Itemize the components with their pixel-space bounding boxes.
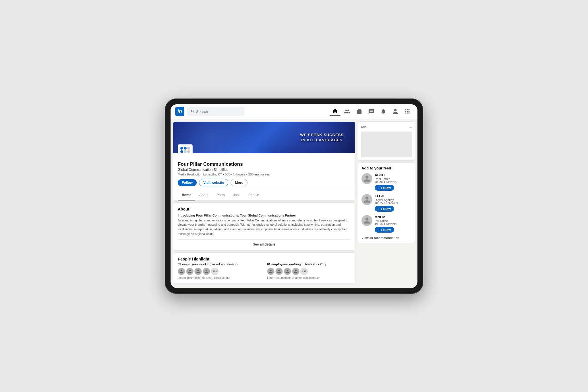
feed-followers-1: 78.292 Followers [375,181,411,184]
feed-followers-2: 108.273 Followers [375,202,411,205]
mini-avatar [267,268,274,275]
dot [180,147,183,150]
avatar-more-1: +99 [211,268,218,275]
nav-icons [330,107,413,116]
people-highlight-title: People Highlight [178,257,351,261]
people-lorem-2: Lorem ipsum dolor sit amet, consectetuer [267,276,351,279]
mini-avatar [194,268,202,275]
feed-avatar-1 [361,173,372,184]
people-group-2-title: 61 employees working in New York City [267,262,351,266]
nav-network[interactable] [342,107,353,116]
navbar: in [171,104,417,119]
ads-label: Ads [361,125,366,129]
feed-item-3: MNOP Insurance 49.532 Followers + Follow [361,215,411,233]
feed-info-3: MNOP Insurance 49.532 Followers + Follow [375,215,411,233]
logo-dots-grid [180,147,190,153]
about-body: As a leading global communications compa… [178,218,351,236]
people-avatars-2: +99 [267,268,351,275]
mini-avatar [284,268,291,275]
dot [187,150,190,153]
company-logo [178,144,193,153]
mini-avatar [178,268,185,275]
feed-avatar-3 [361,215,372,226]
company-nav: Home About Posts Jobs People [173,190,355,200]
nav-grid[interactable] [402,107,413,116]
mini-avatar [203,268,210,275]
ads-card: Ads ··· [358,121,415,161]
people-lorem-1: Lorem ipsum dolor sit amet, consectetuer [178,276,261,279]
feed-name-2: EFGH [375,194,411,198]
feed-item-1: ABCD Real Estate 78.292 Followers + Foll… [361,173,411,191]
feed-type-3: Insurance [375,219,411,223]
search-input[interactable] [196,109,241,114]
about-card: About Introducing Four Pillar Communicat… [173,202,355,251]
company-info: Four Pillar Communications Global Commun… [173,153,355,190]
mini-avatar [292,268,299,275]
mini-avatar [275,268,283,275]
feed-title: Add to your feed [361,166,411,170]
feed-follow-button-2[interactable]: + Follow [375,206,394,212]
nav-tab-posts[interactable]: Posts [212,190,229,200]
nav-tab-jobs[interactable]: Jobs [229,190,244,200]
see-all-details[interactable]: See all details [178,239,351,246]
view-all-recommendation[interactable]: View all recommendation [361,236,411,240]
people-grid: 39 employees working in art and design [178,262,351,279]
feed-item-2: EFGH Digital Agency 108.273 Followers + … [361,194,411,212]
feed-info-2: EFGH Digital Agency 108.273 Followers + … [375,194,411,212]
banner-text: WE SPEAK SUCCESS IN ALL LANGUAGES [300,132,344,142]
tablet-frame: in [165,99,423,294]
follow-button[interactable]: Follow [178,179,197,186]
feed-type-2: Digital Agency [375,198,411,202]
center-column: WE SPEAK SUCCESS IN ALL LANGUAGES Four P… [173,121,355,286]
dot [184,150,187,153]
company-tagline: Global Communication Simplified. [178,168,351,172]
dot [184,147,187,150]
nav-tab-about[interactable]: About [195,190,212,200]
people-group-2: 61 employees working in New York City [267,262,351,279]
linkedin-logo[interactable]: in [175,107,184,116]
more-button[interactable]: More [231,179,247,186]
company-card: WE SPEAK SUCCESS IN ALL LANGUAGES Four P… [173,121,355,201]
avatar-more-2: +99 [300,268,308,275]
feed-name-1: ABCD [375,173,411,177]
company-banner: WE SPEAK SUCCESS IN ALL LANGUAGES [173,122,355,153]
mini-avatar [186,268,194,275]
about-intro: Introducing Four Pillar Communications: … [178,214,351,217]
feed-info-1: ABCD Real Estate 78.292 Followers + Foll… [375,173,411,191]
feed-followers-3: 49.532 Followers [375,223,411,226]
company-name: Four Pillar Communications [178,161,351,167]
feed-card: Add to your feed ABCD Real Estate 78.292… [358,162,415,243]
search-icon [191,109,194,114]
feed-follow-button-3[interactable]: + Follow [375,227,394,233]
search-bar[interactable] [187,107,245,116]
nav-jobs[interactable] [354,107,365,116]
people-avatars-1: +99 [178,268,261,275]
about-title: About [178,207,351,211]
main-content: WE SPEAK SUCCESS IN ALL LANGUAGES Four P… [171,119,417,288]
nav-profile[interactable] [390,107,401,116]
company-actions: Follow Visit website More [178,179,351,186]
dot [187,147,190,150]
ads-more-icon[interactable]: ··· [409,125,412,129]
feed-follow-button-1[interactable]: + Follow [375,185,394,191]
right-sidebar: Ads ··· Add to your feed ABCD [358,121,415,286]
ads-header: Ads ··· [361,125,412,129]
nav-notifications[interactable] [378,107,389,116]
visit-website-button[interactable]: Visit website [199,179,228,186]
people-group-1: 39 employees working in art and design [178,262,261,279]
feed-type-1: Real Estate [375,177,411,181]
feed-name-3: MNOP [375,215,411,219]
company-meta: Media Production Louisville, KY • 500+ f… [178,173,351,176]
people-highlight-card: People Highlight 39 employees working in… [173,252,355,284]
tablet-screen: in [171,104,417,288]
nav-home[interactable] [330,107,341,116]
feed-avatar-2 [361,194,372,205]
people-group-1-title: 39 employees working in art and design [178,262,261,266]
nav-messaging[interactable] [366,107,377,116]
nav-tab-home[interactable]: Home [178,190,195,200]
nav-tab-people[interactable]: People [244,190,263,200]
ads-image [361,132,412,157]
dot [180,150,183,153]
